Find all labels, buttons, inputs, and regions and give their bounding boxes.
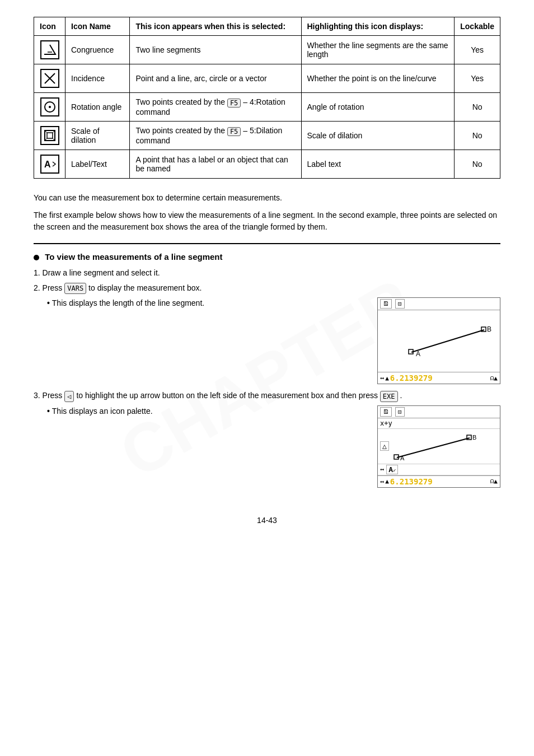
dilation-icon — [40, 126, 59, 145]
lockable-congruence: Yes — [455, 36, 500, 64]
footer-triangle-2: ▲ — [385, 478, 389, 485]
screenshot-1-body: B A — [378, 310, 500, 372]
highlights-label: Label text — [301, 150, 455, 179]
palette-arrow-icon: ↔ — [380, 465, 384, 473]
icon-cell-label: A — [34, 150, 65, 179]
icon-name-dilation: Scale of dilation — [65, 122, 130, 150]
palette-triangle-icon: △ — [380, 441, 389, 451]
svg-point-5 — [49, 106, 51, 108]
step-1: 1. Draw a line segment and select it. — [34, 267, 500, 279]
col-header-lockable: Lockable — [455, 17, 500, 36]
svg-text:B: B — [472, 434, 476, 441]
exe-key: EXE — [380, 391, 398, 402]
highlights-dilation: Scale of dilation — [301, 122, 455, 150]
col-header-appears-when: This icon appears when this is selected: — [130, 17, 301, 36]
col-header-icon-name: Icon Name — [65, 17, 130, 36]
svg-text:A: A — [400, 455, 405, 461]
screenshot-2: 🖻 ⊡ x+y △ B A ↔ — [377, 405, 500, 488]
palette-label-icon: A✓ — [386, 465, 398, 474]
table-row: A Label/Text A point that has a label or… — [34, 150, 500, 179]
footer-triangle: ▲ — [385, 375, 389, 382]
table-row: Rotation angle Two points created by the… — [34, 93, 500, 122]
label-icon-svg: A — [43, 157, 57, 171]
body-paragraph-1: You can use the measurement box to deter… — [34, 192, 500, 204]
appears-when-incidence: Point and a line, arc, circle or a vecto… — [130, 64, 301, 93]
icon-name-label: Label/Text — [65, 150, 130, 179]
appears-when-label: A point that has a label or an object th… — [130, 150, 301, 179]
highlights-rotation: Angle of rotation — [301, 93, 455, 122]
svg-rect-7 — [47, 133, 53, 138]
lockable-label: No — [455, 150, 500, 179]
step-3: 3. Press ◁ to highlight the up arrow but… — [34, 390, 500, 402]
vars-key: VARS — [64, 283, 86, 294]
section-divider — [34, 243, 500, 244]
icon-name-rotation: Rotation angle — [65, 93, 130, 122]
icon-name-congruence: Congruence — [65, 36, 130, 64]
toolbar-icon-1: 🖻 — [380, 299, 392, 309]
highlights-congruence: Whether the line segments are the same l… — [301, 36, 455, 64]
icon-cell-congruence — [34, 36, 65, 64]
dilation-icon-svg — [43, 129, 57, 142]
footer-right-icon-2: ☊▲ — [490, 478, 498, 485]
step3-content: 🖻 ⊡ x+y △ B A ↔ — [34, 405, 500, 493]
palette-xyplus: x+y — [380, 419, 392, 427]
left-arrow-key: ◁ — [64, 391, 74, 402]
screenshot-2-wrapper: 🖻 ⊡ x+y △ B A ↔ — [377, 405, 500, 488]
table-row: Incidence Point and a line, arc, circle … — [34, 64, 500, 93]
toolbar-icon-3: 🖻 — [380, 407, 392, 417]
measurement-value-1: 6.2139279 — [390, 374, 490, 382]
icon-cell-dilation — [34, 122, 65, 150]
lockable-incidence: Yes — [455, 64, 500, 93]
main-table: Icon Icon Name This icon appears when th… — [34, 17, 500, 179]
table-row: Congruence Two line segments Whether the… — [34, 36, 500, 64]
label-icon: A — [40, 155, 59, 174]
rotation-icon — [40, 97, 59, 116]
congruence-icon-svg — [43, 43, 57, 57]
screenshot-1-footer: ↔ ▲ 6.2139279 ☊▲ — [378, 372, 500, 384]
toolbar-icon-4: ⊡ — [395, 407, 405, 417]
step2-content: 🖻 ⊡ B A ↔ ▲ 6.2139279 ☊▲ This dis — [34, 297, 500, 390]
svg-line-13 — [411, 330, 484, 352]
highlights-incidence: Whether the point is on the line/curve — [301, 64, 455, 93]
f5-key-dilation: F5 — [227, 127, 241, 136]
icon-cell-incidence — [34, 64, 65, 93]
col-header-highlights: Highlighting this icon displays: — [301, 17, 455, 36]
body-paragraph-2: The first example below shows how to vie… — [34, 209, 500, 233]
screenshot-2-footer: ↔ ▲ 6.2139279 ☊▲ — [378, 475, 500, 487]
f5-key-rotation: F5 — [227, 99, 241, 108]
svg-line-18 — [397, 438, 470, 458]
step-2: 2. Press VARS to display the measurement… — [34, 282, 500, 294]
svg-text:A: A — [44, 160, 51, 169]
footer-arrow-icon: ↔ — [380, 374, 384, 382]
palette-row-3: ↔ A✓ — [378, 464, 500, 475]
appears-when-congruence: Two line segments — [130, 36, 301, 64]
section-title: To view the measurements of a line segme… — [34, 252, 500, 262]
screenshot-2-svg: B A — [391, 430, 481, 463]
icon-cell-rotation — [34, 93, 65, 122]
footer-arrow-icon-2: ↔ — [380, 478, 384, 486]
congruence-icon — [40, 40, 59, 59]
table-row: Scale of dilation Two points created by … — [34, 122, 500, 150]
palette-row-1: x+y — [378, 418, 500, 429]
toolbar-icon-2: ⊡ — [395, 299, 405, 309]
svg-text:B: B — [487, 325, 491, 333]
incidence-icon — [40, 69, 59, 88]
bullet-dot — [34, 255, 39, 260]
col-header-icon: Icon — [34, 17, 65, 36]
screenshot-1-svg: B A — [378, 310, 500, 372]
rotation-icon-svg — [43, 100, 57, 114]
svg-text:A: A — [416, 350, 420, 358]
page-number: 14-43 — [34, 516, 500, 525]
screenshot-1-toolbar: 🖻 ⊡ — [378, 298, 500, 310]
measurement-value-2: 6.2139279 — [390, 477, 490, 486]
lockable-dilation: No — [455, 122, 500, 150]
lockable-rotation: No — [455, 93, 500, 122]
incidence-icon-svg — [43, 72, 57, 85]
footer-right-icon: ☊▲ — [490, 375, 498, 382]
appears-when-rotation: Two points created by the F5 – 4:Rotatio… — [130, 93, 301, 122]
screenshot-2-toolbar: 🖻 ⊡ — [378, 406, 500, 418]
screenshot-1-wrapper: 🖻 ⊡ B A ↔ ▲ 6.2139279 ☊▲ — [377, 297, 500, 384]
palette-row-2: △ B A — [378, 429, 500, 464]
appears-when-dilation: Two points created by the F5 – 5:Dilatio… — [130, 122, 301, 150]
screenshot-2-body: B A — [391, 430, 498, 463]
